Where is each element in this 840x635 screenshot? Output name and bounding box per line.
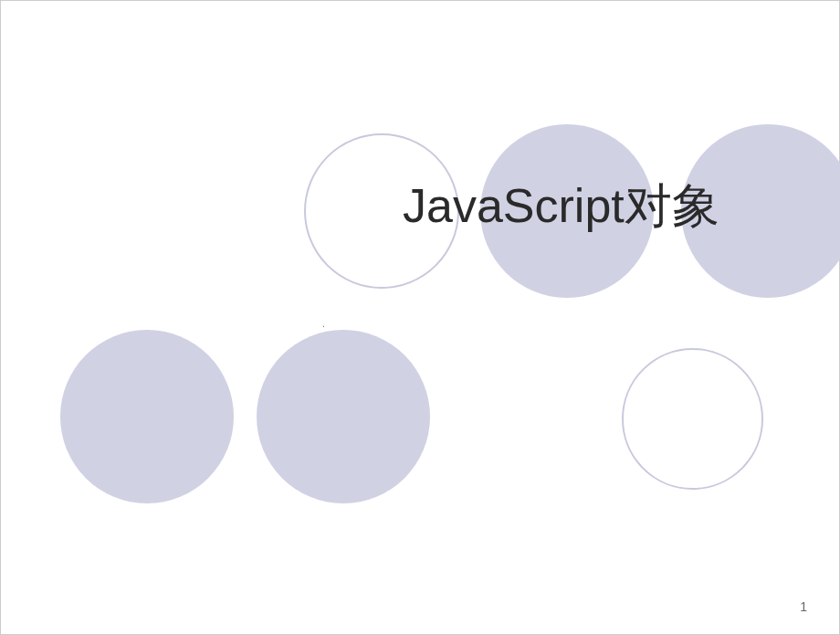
slide-title: JavaScript对象: [403, 175, 719, 238]
decorative-circle: [60, 330, 234, 503]
page-number: 1: [800, 599, 807, 614]
decorative-circle: [257, 330, 430, 503]
slide-container: JavaScript对象 . 1: [0, 0, 840, 635]
center-mark: .: [322, 319, 325, 329]
decorative-circle-outline: [622, 348, 763, 490]
